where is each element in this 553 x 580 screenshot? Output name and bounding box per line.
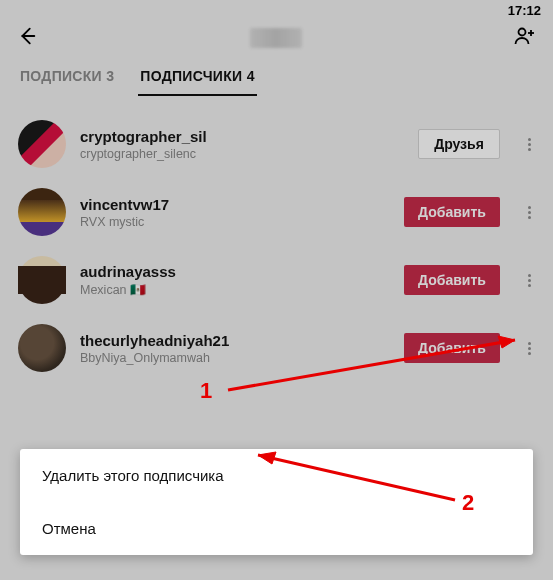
remove-follower-option[interactable]: Удалить этого подписчика xyxy=(20,449,533,502)
cancel-option[interactable]: Отмена xyxy=(20,502,533,555)
action-sheet: Удалить этого подписчика Отмена xyxy=(20,449,533,555)
